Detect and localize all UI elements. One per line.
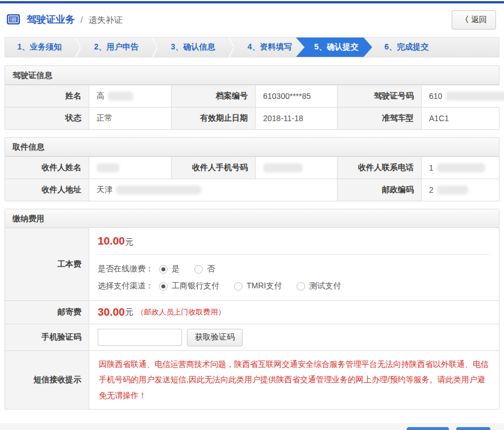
online-pay-yes-label: 是: [172, 264, 180, 274]
page: 驾驶证业务 / 遗失补证 〈返回 1、业务须知 2、用户申告 3、确认信息 4、…: [0, 1, 504, 430]
page-header: 驾驶证业务 / 遗失补证 〈返回: [0, 3, 504, 35]
radio-no[interactable]: [194, 265, 203, 274]
list-icon: [7, 14, 20, 26]
mail-fee-label: 邮寄费: [5, 301, 89, 324]
radio-tmri[interactable]: [234, 282, 243, 291]
fees-section-title: 缴纳费用: [5, 209, 499, 228]
mail-fee-value: 30.00元 （邮政人员上门收取费用）: [89, 301, 499, 324]
step-3-tab[interactable]: 3、确认信息: [159, 38, 227, 57]
online-pay-no-option[interactable]: 否: [194, 264, 215, 274]
currency-unit: 元: [126, 237, 134, 246]
sms-code-row: 手机验证码 获取验证码: [5, 324, 499, 350]
expiry-value: 2018-11-18: [255, 108, 337, 129]
postcode-value: 2: [421, 179, 499, 201]
step-4-tab[interactable]: 4、资料填写: [235, 38, 304, 57]
step-2-tab[interactable]: 2、用户申告: [82, 38, 151, 57]
sms-tip-label: 短信接收提示: [5, 351, 89, 409]
get-code-button[interactable]: 获取验证码: [187, 329, 243, 346]
online-pay-option-row: 是否在线缴费： 是 否: [98, 261, 490, 278]
recipient-phone-value-text: 1: [429, 163, 434, 172]
license-no-value: 610: [421, 85, 504, 107]
back-button[interactable]: 〈返回: [452, 10, 496, 30]
mail-fee-amount: 30.00: [98, 306, 125, 319]
step-bar-filler: [441, 38, 499, 57]
step-5-label: 5、确认提交: [314, 42, 359, 52]
divider: [98, 254, 490, 255]
online-pay-label: 是否在线缴费：: [98, 264, 153, 274]
step-separator: [74, 38, 82, 57]
step-1-label: 1、业务须知: [18, 42, 62, 52]
table-row: 姓名 高 档案编号 610300****85 驾驶证号码 610: [5, 85, 499, 107]
step-5-tab-active[interactable]: 5、确认提交: [296, 38, 372, 57]
pay-channel-label: 选择支付渠道：: [98, 281, 153, 291]
channel-tmri-option[interactable]: TMRI支付: [234, 281, 282, 291]
sms-code-label: 手机验证码: [5, 324, 89, 350]
previous-step-button[interactable]: 上一步: [407, 427, 449, 430]
license-no-value-text: 610: [429, 92, 442, 101]
recipient-name-value: [89, 157, 171, 179]
license-no-label: 驾驶证号码: [337, 85, 421, 107]
recipient-mobile-value: [255, 157, 337, 179]
pay-channel-option-row: 选择支付渠道： 工商银行支付 TMRI支付 测试支付: [98, 278, 490, 295]
breadcrumb-separator: /: [81, 15, 83, 24]
step-3-label: 3、确认信息: [171, 42, 215, 52]
address-value-text: 天津: [97, 185, 113, 195]
finish-button[interactable]: 完成: [456, 427, 490, 430]
address-label: 收件人地址: [5, 179, 89, 201]
sms-tip-text: 因陕西省联通、电信运营商技术问题，陕西省互联网交通安全综合服务管理平台无法向持陕…: [98, 351, 490, 409]
step-6-tab[interactable]: 6、完成提交: [372, 38, 441, 57]
radio-icbc-checked[interactable]: [159, 282, 168, 291]
table-row: 收件人地址 天津 邮政编码 2: [5, 179, 499, 201]
redacted-blur: [437, 163, 485, 172]
postcode-value-text: 2: [429, 185, 434, 195]
fees-section: 缴纳费用 工本费 10.00元 是否在线缴费： 是 否 选择支付渠道： 工商银行…: [5, 209, 499, 410]
channel-test-label: 测试支付: [309, 281, 341, 291]
redacted-blur: [97, 163, 119, 172]
step-1-tab[interactable]: 1、业务须知: [5, 38, 74, 57]
channel-test-option[interactable]: 测试支付: [297, 281, 341, 291]
step-2-label: 2、用户申告: [94, 42, 139, 52]
name-value: 高: [89, 85, 171, 107]
sms-tip-row: 短信接收提示 因陕西省联通、电信运营商技术问题，陕西省互联网交通安全综合服务管理…: [5, 350, 499, 409]
step-4-label: 4、资料填写: [248, 42, 292, 52]
name-label: 姓名: [5, 85, 89, 107]
redacted-blur: [437, 185, 468, 195]
production-fee-row: 工本费 10.00元 是否在线缴费： 是 否 选择支付渠道： 工商银行支付 TM…: [5, 228, 499, 300]
license-info-section: 驾驶证信息 姓名 高 档案编号 610300****85 驾驶证号码 610 状…: [5, 65, 499, 130]
file-no-value: 610300****85: [255, 85, 337, 107]
redacted-blur: [108, 92, 134, 101]
pickup-info-section-title: 取件信息: [5, 138, 499, 156]
channel-icbc-label: 工商银行支付: [172, 281, 219, 291]
step-separator: [227, 38, 235, 57]
step-progress-bar: 1、业务须知 2、用户申告 3、确认信息 4、资料填写 5、确认提交 6、完成提…: [5, 37, 499, 57]
currency-unit: 元: [126, 307, 134, 317]
status-label: 状态: [5, 108, 89, 129]
name-value-text: 高: [97, 91, 105, 101]
radio-test[interactable]: [297, 282, 305, 291]
sms-tip-value: 因陕西省联通、电信运营商技术问题，陕西省互联网交通安全综合服务管理平台无法向持陕…: [89, 351, 499, 409]
recipient-name-label: 收件人姓名: [5, 157, 89, 179]
postcode-label: 邮政编码: [337, 179, 421, 201]
table-row: 收件人姓名 收件人手机号码 收件人联系电话 1: [5, 156, 499, 179]
online-pay-yes-option[interactable]: 是: [159, 264, 180, 274]
expiry-label: 有效期止日期: [171, 108, 255, 129]
table-row: 状态 正常 有效期止日期 2018-11-18 准驾车型 A1C1: [5, 107, 499, 129]
status-value: 正常: [89, 108, 171, 129]
footer-action-bar: 上一步 完成: [0, 423, 504, 430]
pickup-info-section: 取件信息 收件人姓名 收件人手机号码 收件人联系电话 1 收件人地址 天津 邮政…: [5, 137, 499, 201]
class-label: 准驾车型: [337, 108, 421, 129]
sms-code-input[interactable]: [98, 329, 182, 346]
channel-icbc-option[interactable]: 工商银行支付: [159, 281, 219, 291]
step-6-label: 6、完成提交: [385, 42, 429, 52]
redacted-blur: [445, 92, 504, 101]
back-button-label: 返回: [471, 15, 487, 24]
production-fee-value: 10.00元 是否在线缴费： 是 否 选择支付渠道： 工商银行支付 TMRI支付…: [89, 228, 499, 300]
radio-yes-checked[interactable]: [159, 265, 168, 274]
recipient-phone-value: 1: [421, 157, 499, 179]
step-separator: [151, 38, 159, 57]
production-fee-amount: 10.00: [98, 235, 125, 247]
online-pay-no-label: 否: [207, 264, 215, 274]
recipient-mobile-label: 收件人手机号码: [171, 157, 255, 179]
recipient-phone-label: 收件人联系电话: [337, 157, 421, 179]
redacted-blur: [116, 185, 201, 195]
